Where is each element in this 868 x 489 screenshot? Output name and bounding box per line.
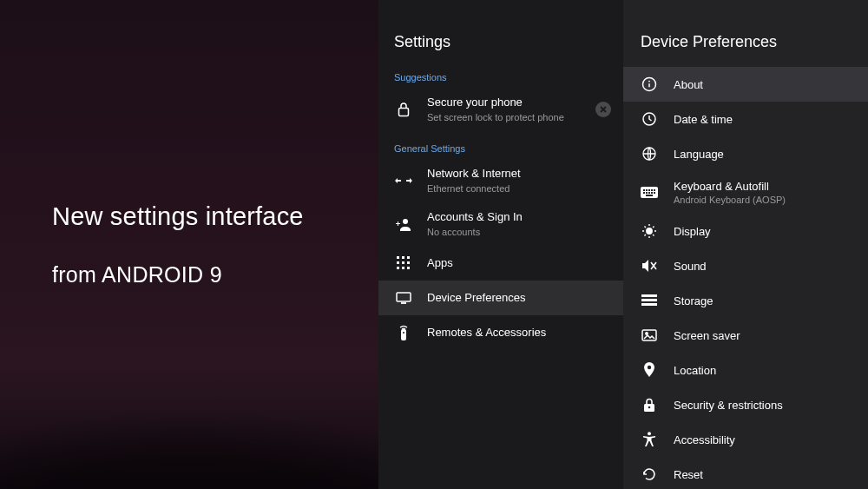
pref-language[interactable]: Language <box>623 136 868 171</box>
clock-icon <box>641 110 658 128</box>
row-device-preferences[interactable]: Device Preferences <box>378 281 623 315</box>
svg-rect-32 <box>641 299 657 301</box>
svg-rect-23 <box>654 189 655 191</box>
row-texts: Remotes & Accessories <box>427 326 611 340</box>
tv-icon <box>394 288 413 307</box>
device-preferences-title: Device Preferences <box>623 33 868 67</box>
pref-label: Language <box>674 148 724 161</box>
pref-label: Sound <box>674 260 707 273</box>
row-texts: Device Preferences <box>427 291 611 306</box>
pref-about[interactable]: About <box>623 67 868 102</box>
svg-rect-33 <box>641 303 657 306</box>
pref-sound[interactable]: Sound <box>623 248 868 283</box>
pref-accessibility[interactable]: Accessibility <box>623 422 868 457</box>
lock-icon <box>641 396 658 413</box>
svg-rect-4 <box>407 256 410 259</box>
volume-off-icon <box>641 257 658 274</box>
svg-rect-2 <box>397 256 399 259</box>
row-sub: No accounts <box>427 227 611 238</box>
promo-subtitle: from ANDROID 9 <box>52 262 378 287</box>
row-texts: Accounts & Sign In No accounts <box>427 210 611 238</box>
pref-location[interactable]: Location <box>623 353 868 387</box>
svg-point-38 <box>648 406 651 408</box>
row-texts: Secure your phone Set screen lock to pro… <box>427 96 590 123</box>
pref-label: Location <box>674 364 716 377</box>
svg-rect-20 <box>646 189 648 191</box>
accessibility-icon <box>641 431 658 448</box>
row-texts: Network & Internet Ethernet connected <box>427 167 611 195</box>
svg-rect-26 <box>648 192 650 194</box>
svg-rect-9 <box>402 267 404 269</box>
pref-label: Screen saver <box>674 329 740 342</box>
section-general: General Settings <box>378 131 623 159</box>
dismiss-icon[interactable] <box>595 102 611 117</box>
row-texts: Apps <box>427 256 611 271</box>
pref-label: Reset <box>674 468 703 481</box>
row-remotes[interactable]: Remotes & Accessories <box>378 315 623 350</box>
pref-display[interactable]: Display <box>623 214 868 248</box>
row-sub: Ethernet connected <box>427 183 611 195</box>
storage-icon <box>641 292 658 309</box>
svg-rect-24 <box>643 192 645 194</box>
location-pin-icon <box>641 361 658 379</box>
pref-label: Keyboard & Autofill <box>674 180 786 193</box>
row-label: Remotes & Accessories <box>427 326 611 340</box>
pref-security[interactable]: Security & restrictions <box>623 387 868 422</box>
pref-screensaver[interactable]: Screen saver <box>623 318 868 353</box>
svg-rect-29 <box>646 195 653 196</box>
promo-background-hill <box>0 333 378 489</box>
row-label: Accounts & Sign In <box>427 210 611 225</box>
add-user-icon <box>394 215 413 234</box>
svg-point-15 <box>648 81 650 83</box>
settings-panel: Settings Suggestions Secure your phone S… <box>378 0 623 489</box>
svg-rect-21 <box>648 189 650 191</box>
svg-point-1 <box>403 219 408 224</box>
svg-rect-31 <box>641 294 657 297</box>
pref-label: Security & restrictions <box>674 399 783 412</box>
settings-title: Settings <box>378 33 623 60</box>
apps-grid-icon <box>394 254 413 273</box>
pref-datetime[interactable]: Date & time <box>623 102 868 136</box>
keyboard-icon <box>641 184 658 202</box>
svg-rect-6 <box>402 261 404 264</box>
row-accounts[interactable]: Accounts & Sign In No accounts <box>378 202 623 246</box>
svg-rect-28 <box>654 192 655 194</box>
svg-rect-3 <box>402 256 404 259</box>
device-preferences-panel: Device Preferences About Date & time <box>623 0 868 489</box>
app-root: New settings interface from ANDROID 9 Se… <box>0 0 868 489</box>
row-label: Network & Internet <box>427 167 611 182</box>
promo-title: New settings interface <box>52 202 378 232</box>
svg-rect-11 <box>397 293 411 301</box>
row-secure-phone[interactable]: Secure your phone Set screen lock to pro… <box>378 88 623 131</box>
row-network[interactable]: Network & Internet Ethernet connected <box>378 159 623 202</box>
lock-icon <box>394 100 413 119</box>
svg-rect-12 <box>401 329 406 340</box>
section-suggestions: Suggestions <box>378 60 623 88</box>
svg-rect-25 <box>646 192 648 194</box>
row-sub: Set screen lock to protect phone <box>427 112 590 123</box>
reset-icon <box>641 466 658 483</box>
svg-rect-19 <box>643 189 645 191</box>
pref-label: Date & time <box>674 113 733 126</box>
svg-point-30 <box>647 228 652 234</box>
svg-rect-7 <box>407 261 410 264</box>
pref-storage[interactable]: Storage <box>623 283 868 318</box>
pref-label: Storage <box>674 294 713 307</box>
promo-panel: New settings interface from ANDROID 9 <box>0 0 378 489</box>
pref-sub: Android Keyboard (AOSP) <box>674 195 786 205</box>
screensaver-icon <box>641 327 658 344</box>
row-apps[interactable]: Apps <box>378 246 623 281</box>
svg-rect-10 <box>407 267 410 269</box>
row-label: Apps <box>427 256 611 271</box>
pref-label: Display <box>674 225 711 238</box>
svg-point-36 <box>648 366 651 369</box>
svg-rect-8 <box>397 267 399 269</box>
pref-keyboard[interactable]: Keyboard & Autofill Android Keyboard (AO… <box>623 171 868 214</box>
pref-reset[interactable]: Reset <box>623 457 868 489</box>
network-icon <box>394 171 413 190</box>
pref-label: About <box>674 78 703 91</box>
svg-rect-22 <box>651 189 653 191</box>
row-label: Device Preferences <box>427 291 611 306</box>
info-icon <box>641 76 658 93</box>
pref-label: Accessibility <box>674 433 735 446</box>
